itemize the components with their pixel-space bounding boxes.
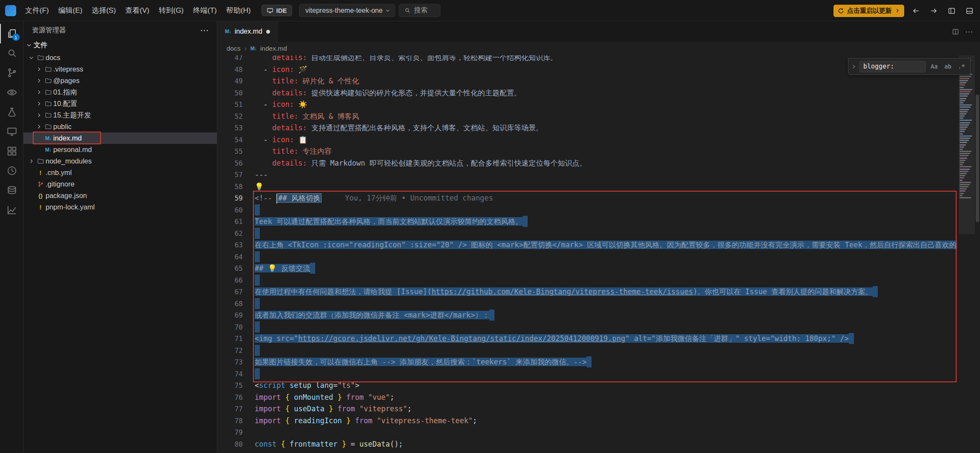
tab-index-md[interactable]: M↓ index.md: [217, 21, 278, 42]
line-number[interactable]: 60: [217, 204, 243, 216]
activity-item-extensions[interactable]: [0, 141, 23, 161]
code-line[interactable]: 67在使用过程中有任何问题和想法，请给我提 [Issue](https://gi…: [217, 286, 957, 298]
code-line[interactable]: 72: [217, 345, 957, 357]
minimap[interactable]: [959, 55, 975, 453]
tree-item-personal.md[interactable]: M↓personal.md: [23, 144, 217, 155]
code-line[interactable]: 63在右上角 <TkIcon :icon="readingIcon" :size…: [217, 239, 957, 251]
line-number[interactable]: 80: [217, 439, 243, 450]
line-number[interactable]: 75: [217, 380, 243, 392]
activity-item-metrics[interactable]: [0, 200, 23, 220]
line-number[interactable]: 59: [217, 192, 243, 204]
tree-item-.cnb.yml[interactable]: !.cnb.yml: [23, 167, 217, 178]
code-line[interactable]: 78import { readingIcon } from "vitepress…: [217, 415, 957, 427]
whole-word-button[interactable]: ab: [943, 61, 953, 72]
code-lines[interactable]: 47 details: 自动生成侧边栏、目录页、索引页、面包屑等，轻松构建一个结…: [217, 55, 957, 453]
line-number[interactable]: 66: [217, 275, 243, 287]
activity-item-explorer[interactable]: 1: [0, 24, 23, 43]
toggle-sidebar-button[interactable]: [945, 4, 958, 17]
line-number[interactable]: 48: [217, 64, 243, 76]
line-number[interactable]: 71: [217, 333, 243, 345]
code-line[interactable]: 66: [217, 275, 957, 287]
menu-item-selection[interactable]: 选择(S): [87, 3, 121, 17]
menu-item-view[interactable]: 查看(V): [121, 3, 154, 17]
line-number[interactable]: 62: [217, 228, 243, 240]
line-number[interactable]: 69: [217, 310, 243, 321]
files-section-header[interactable]: 文件: [23, 39, 217, 51]
tree-item-10.配置[interactable]: 10.配置: [23, 98, 217, 109]
line-number[interactable]: 57: [217, 169, 243, 181]
code-line[interactable]: 52 title: 文档风 & 博客风: [217, 111, 957, 123]
code-line[interactable]: 77import { useData } from "vitepress";: [217, 403, 957, 415]
activity-item-search[interactable]: [0, 43, 23, 63]
line-number[interactable]: 52: [217, 111, 243, 123]
code-line[interactable]: 49 title: 碎片化 & 个性化: [217, 75, 957, 87]
code-line[interactable]: 76import { onMounted } from "vue";: [217, 392, 957, 404]
line-number[interactable]: 54: [217, 134, 243, 146]
menu-item-file[interactable]: 文件(F): [20, 3, 54, 17]
code-line[interactable]: 55 title: 专注内容: [217, 146, 957, 158]
code-line[interactable]: 70: [217, 321, 957, 333]
line-number[interactable]: 74: [217, 368, 243, 380]
code-line[interactable]: 80const { frontmatter } = useData();: [217, 439, 957, 450]
project-selector[interactable]: vitepress-theme-teek-one: [299, 4, 395, 17]
code-line[interactable]: 51 - icon: ☀️: [217, 99, 957, 111]
code-line[interactable]: 68: [217, 298, 957, 310]
code-line[interactable]: 48 - icon: 🪄: [217, 64, 957, 76]
code-line[interactable]: 56 details: 只需 Markdown 即可轻松创建美观的文档站点，配合…: [217, 158, 957, 169]
menu-item-help[interactable]: 帮助(H): [221, 3, 256, 17]
code-line[interactable]: 62: [217, 228, 957, 240]
more-actions-icon[interactable]: ⋯: [965, 27, 973, 37]
activity-item-history[interactable]: [0, 161, 23, 181]
find-toggle-replace-chevron-icon[interactable]: [851, 64, 856, 69]
line-number[interactable]: 55: [217, 146, 243, 158]
line-number[interactable]: 79: [217, 427, 243, 439]
line-number[interactable]: 65: [217, 263, 243, 275]
line-number[interactable]: 77: [217, 403, 243, 415]
code-line[interactable]: 50 details: 提供快速构建知识的碎片化形态，并提供大量个性化的主题配置…: [217, 87, 957, 99]
nav-forward-button[interactable]: [927, 4, 940, 17]
line-number[interactable]: 73: [217, 356, 243, 368]
code-line[interactable]: 59<!-- ## 风格切换You, 17分钟前 • Uncommitted c…: [217, 192, 957, 204]
customize-layout-button[interactable]: [963, 4, 976, 17]
tree-item-docs[interactable]: docs: [23, 52, 217, 63]
modified-dot[interactable]: [266, 30, 270, 34]
activity-item-preview[interactable]: [0, 83, 23, 102]
code-line[interactable]: 73如果图片链接失效，可以在微信右上角 --> 添加朋友，然后搜索：`teeke…: [217, 356, 957, 368]
code-line[interactable]: 53 details: 支持通过配置搭配出各种风格，支持个人博客、文档站、知识库…: [217, 122, 957, 134]
line-number[interactable]: 70: [217, 321, 243, 333]
line-number[interactable]: 53: [217, 122, 243, 134]
tree-item-index.md[interactable]: M↓index.md: [23, 132, 217, 144]
match-case-button[interactable]: Aa: [929, 61, 940, 72]
code-line[interactable]: 75<script setup lang="ts">: [217, 380, 957, 392]
split-editor-icon[interactable]: [952, 28, 959, 35]
code-line[interactable]: 71<img src="https://gcore.jsdelivr.net/g…: [217, 333, 957, 345]
line-number[interactable]: 50: [217, 87, 243, 99]
code-line[interactable]: 69或者加入我们的交流群（添加我的微信并备注 <mark>进群</mark>）：: [217, 310, 957, 321]
line-number[interactable]: 58: [217, 181, 243, 193]
tree-item-pnpm-lock.yaml[interactable]: !pnpm-lock.yaml: [23, 201, 217, 213]
line-number[interactable]: 78: [217, 415, 243, 427]
regex-button[interactable]: .*: [956, 61, 967, 72]
line-number[interactable]: 47: [217, 55, 243, 64]
code-line[interactable]: 60: [217, 204, 957, 216]
line-number[interactable]: 56: [217, 158, 243, 169]
search-box[interactable]: 搜索: [399, 4, 440, 17]
line-number[interactable]: 64: [217, 251, 243, 263]
line-number[interactable]: 61: [217, 216, 243, 228]
activity-item-database[interactable]: [0, 181, 23, 200]
tree-item-@pages[interactable]: @pages: [23, 75, 217, 86]
line-number[interactable]: 49: [217, 75, 243, 87]
code-line[interactable]: 57---: [217, 169, 957, 181]
line-number[interactable]: 76: [217, 392, 243, 404]
tree-item-public[interactable]: public: [23, 121, 217, 132]
update-badge[interactable]: 点击重启以更新: [833, 5, 904, 17]
activity-item-remote[interactable]: [0, 122, 23, 141]
tree-item-.gitignore[interactable]: .gitignore: [23, 178, 217, 190]
tree-item-package.json[interactable]: {}package.json: [23, 190, 217, 201]
scrollbar-thumb[interactable]: [976, 95, 979, 222]
scrollbar[interactable]: [975, 55, 980, 453]
activity-item-testing[interactable]: [0, 102, 23, 122]
tree-item-node_modules[interactable]: node_modules: [23, 155, 217, 167]
code-line[interactable]: 47 details: 自动生成侧边栏、目录页、索引页、面包屑等，轻松构建一个结…: [217, 55, 957, 64]
code-line[interactable]: 64: [217, 251, 957, 263]
